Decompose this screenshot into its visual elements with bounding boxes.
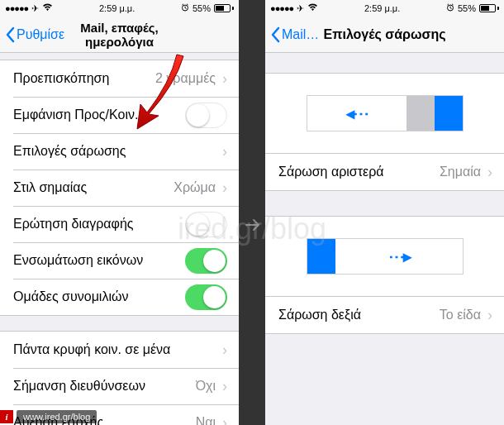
alarm-icon [446, 3, 454, 13]
status-time: 2:59 μ.μ. [364, 3, 400, 13]
status-time: 2:59 μ.μ. [99, 3, 135, 13]
cell-value: Χρώμα [174, 180, 216, 195]
divider-arrow-icon [243, 215, 263, 240]
toggle-switch[interactable] [185, 103, 227, 128]
cell-flag-style[interactable]: Στιλ σημαίας Χρώμα › [0, 170, 239, 206]
source-url-bar: i www.ired.gr/blog [0, 408, 97, 425]
airplane-icon: ✈ [31, 3, 39, 14]
source-badge-icon: i [0, 410, 13, 423]
toggle-switch[interactable] [185, 284, 227, 310]
chevron-right-icon: › [222, 143, 227, 160]
cell-label: Ομάδες συνομιλιών [13, 289, 185, 304]
swipe-right-group: Σάρωση δεξιά Το είδα › [265, 297, 504, 334]
swipe-right-arrow-icon: ⋯▸ [388, 246, 410, 266]
cell-label: Ενσωμάτωση εικόνων [13, 253, 185, 268]
chevron-right-icon: › [222, 341, 227, 359]
signal-dots-icon: ●●●●● [5, 3, 28, 13]
cell-mark-addresses[interactable]: Σήμανση διευθύνσεων Όχι › [0, 368, 239, 404]
wifi-icon [307, 3, 318, 13]
settings-list: Προεπισκόπηση 2 γραμμές › Εμφάνιση Προς/… [0, 53, 239, 425]
swipe-left-illustration: ◂⋯ [265, 73, 504, 154]
chevron-right-icon: › [222, 70, 227, 88]
cell-label: Σήμανση διευθύνσεων [13, 379, 196, 394]
chevron-right-icon: › [222, 179, 227, 197]
cell-value: Ναι [196, 415, 216, 425]
cell-label: Προεπισκόπηση [13, 71, 155, 86]
cell-always-bcc[interactable]: Πάντα κρυφή κοιν. σε μένα › [0, 332, 239, 368]
alarm-icon [181, 3, 189, 13]
cell-swipe-left[interactable]: Σάρωση αριστερά Σημαία › [265, 154, 504, 190]
cell-threads[interactable]: Ομάδες συνομιλιών [0, 279, 239, 315]
swipe-left-arrow-icon: ◂⋯ [346, 103, 368, 123]
nav-bar: Ρυθμίσεις Mail, επαφές, ημερολόγια [0, 17, 239, 53]
back-button[interactable]: Mail… [270, 26, 319, 43]
chevron-right-icon: › [487, 307, 492, 324]
right-phone-screen: ●●●●● ✈ 2:59 μ.μ. 55% Mail… [265, 0, 504, 425]
cell-show-to-cc[interactable]: Εμφάνιση Προς/Κοιν. [0, 97, 239, 133]
chevron-right-icon: › [487, 164, 492, 181]
battery-icon [479, 4, 499, 12]
toggle-switch[interactable] [185, 248, 227, 274]
cell-ask-delete[interactable]: Ερώτηση διαγραφής [0, 206, 239, 242]
source-url-text: www.ired.gr/blog [17, 410, 97, 423]
toggle-switch[interactable] [185, 212, 227, 237]
cell-label: Σάρωση αριστερά [278, 165, 440, 179]
signal-dots-icon: ●●●●● [270, 3, 293, 13]
cell-value: Όχι [196, 379, 216, 394]
battery-icon [214, 4, 234, 12]
swipe-left-group: Σάρωση αριστερά Σημαία › [265, 154, 504, 191]
cell-swipe-right[interactable]: Σάρωση δεξιά Το είδα › [265, 297, 504, 333]
swipe-right-illustration: ⋯▸ [265, 216, 504, 297]
swipe-options-list: ◂⋯ Σάρωση αριστερά Σημαία › ⋯▸ [265, 53, 504, 425]
battery-percent: 55% [193, 3, 211, 13]
cell-label: Ερώτηση διαγραφής [13, 217, 185, 232]
back-label: Mail… [282, 27, 319, 42]
chevron-left-icon [5, 26, 15, 43]
status-bar: ●●●●● ✈ 2:59 μ.μ. 55% [0, 0, 239, 17]
cell-label: Πάντα κρυφή κοιν. σε μένα [13, 342, 222, 357]
cell-label: Εμφάνιση Προς/Κοιν. [13, 107, 185, 122]
cell-value: Το είδα [440, 308, 481, 322]
chevron-left-icon [270, 26, 280, 43]
chevron-right-icon: › [222, 378, 227, 395]
chevron-right-icon: › [222, 414, 227, 426]
back-button[interactable]: Ρυθμίσεις [5, 26, 64, 43]
cell-label: Σάρωση δεξιά [278, 308, 440, 322]
back-label: Ρυθμίσεις [17, 27, 64, 42]
left-phone-screen: ●●●●● ✈ 2:59 μ.μ. 55% Ρυθμίσεις [0, 0, 239, 425]
airplane-icon: ✈ [297, 3, 304, 14]
battery-percent: 55% [458, 3, 476, 13]
cell-label: Επιλογές σάρωσης [13, 144, 222, 159]
status-bar: ●●●●● ✈ 2:59 μ.μ. 55% [265, 0, 504, 17]
cell-value: Σημαία [440, 165, 481, 179]
wifi-icon [42, 3, 53, 13]
cell-swipe-options[interactable]: Επιλογές σάρωσης › [0, 133, 239, 170]
cell-label: Στιλ σημαίας [13, 180, 174, 195]
settings-group-1: Προεπισκόπηση 2 γραμμές › Εμφάνιση Προς/… [0, 60, 239, 316]
cell-preview[interactable]: Προεπισκόπηση 2 γραμμές › [0, 60, 239, 97]
nav-bar: Mail… Επιλογές σάρωσης [265, 17, 504, 53]
cell-load-images[interactable]: Ενσωμάτωση εικόνων [0, 242, 239, 279]
cell-value: 2 γραμμές [155, 71, 216, 86]
